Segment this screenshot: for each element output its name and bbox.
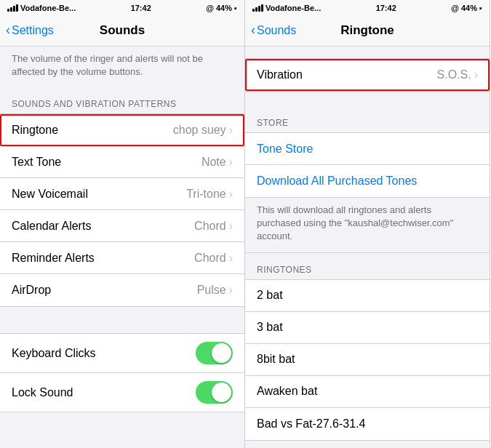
keyboard-clicks-label: Keyboard Clicks — [12, 347, 96, 360]
section-header-sounds: SOUNDS AND VIBRATION PATTERNS — [0, 87, 244, 113]
ringtone-name-3bat: 3 bat — [257, 321, 283, 334]
keyboard-clicks-toggle-wrap — [196, 342, 233, 364]
vibration-chevron: › — [474, 68, 478, 81]
calendar-alerts-value: Chord — [194, 220, 226, 233]
store-desc: This will download all ringtones and ale… — [245, 198, 490, 253]
ringtone-chevron: › — [229, 124, 233, 137]
info-text: The volume of the ringer and alerts will… — [0, 47, 244, 87]
content-left: The volume of the ringer and alerts will… — [0, 47, 244, 448]
sounds-table: Ringtone chop suey › Text Tone Note › Ne… — [0, 113, 244, 307]
store-header: STORE — [245, 106, 490, 132]
signal-bars-left — [7, 4, 18, 12]
signal-bars-right — [252, 4, 263, 12]
lock-sound-row: Lock Sound — [0, 373, 244, 412]
tone-store-row[interactable]: Tone Store — [245, 133, 490, 165]
reminder-alerts-label: Reminder Alerts — [12, 252, 95, 265]
ringtone-item-badvsfat[interactable]: Bad vs Fat-27.6-31.4 — [245, 408, 490, 440]
nav-title-left: Sounds — [100, 23, 145, 38]
right-panel: Vodafone-Be... 17:42 @ 44% ▪ ‹ Sounds Ri… — [245, 0, 490, 448]
back-label-left: Settings — [12, 24, 54, 37]
ringtone-value: chop suey — [173, 124, 226, 137]
new-voicemail-value: Tri-tone — [186, 188, 226, 201]
store-desc-text: This will download all ringtones and ale… — [257, 204, 453, 241]
calendar-alerts-label: Calendar Alerts — [12, 220, 91, 233]
back-chevron-right: ‹ — [251, 23, 255, 36]
ringtone-list: 2 bat 3 bat 8bit bat Awaken bat Bad vs F… — [245, 279, 490, 441]
reminder-alerts-value: Chord — [194, 252, 226, 265]
text-tone-value: Note — [201, 156, 226, 169]
lock-sound-label: Lock Sound — [12, 386, 73, 399]
store-links-table: Tone Store Download All Purchased Tones — [245, 132, 490, 198]
toggle-knob — [212, 343, 231, 363]
ringtone-name-badvsfat: Bad vs Fat-27.6-31.4 — [257, 417, 365, 431]
status-bar-left: Vodafone-Be... 17:42 @ 44% ▪ — [0, 0, 244, 15]
new-voicemail-label: New Voicemail — [12, 188, 88, 201]
status-bar-right: Vodafone-Be... 17:42 @ 44% ▪ — [245, 0, 490, 15]
ringtone-value-wrap: chop suey › — [173, 124, 233, 137]
ringtone-item-awakenbat[interactable]: Awaken bat — [245, 376, 490, 408]
airdrop-value: Pulse — [197, 284, 226, 297]
vibration-label: Vibration — [257, 68, 303, 81]
ringtone-name-8bitbat: 8bit bat — [257, 353, 295, 366]
reminder-alerts-row[interactable]: Reminder Alerts Chord › — [0, 242, 244, 274]
nav-bar-left: ‹ Settings Sounds — [0, 15, 244, 47]
carrier-right: Vodafone-Be... — [266, 4, 321, 12]
back-button-right[interactable]: ‹ Sounds — [251, 24, 296, 37]
ringtone-item-3bat[interactable]: 3 bat — [245, 312, 490, 344]
time-left: 17:42 — [131, 4, 151, 12]
ringtone-label: Ringtone — [12, 124, 58, 137]
tone-store-link: Tone Store — [257, 143, 313, 156]
ringtones-header: RINGTONES — [245, 253, 490, 279]
ringtone-item-8bitbat[interactable]: 8bit bat — [245, 344, 490, 376]
top-spacer-right — [245, 47, 490, 58]
vibration-table: Vibration S.O.S. › — [245, 58, 490, 92]
text-tone-label: Text Tone — [12, 156, 61, 169]
download-tones-row[interactable]: Download All Purchased Tones — [245, 165, 490, 197]
download-tones-link: Download All Purchased Tones — [257, 175, 417, 188]
time-right: 17:42 — [376, 4, 396, 12]
carrier-left: Vodafone-Be... — [20, 4, 76, 12]
spacer — [0, 321, 244, 333]
ringtone-row[interactable]: Ringtone chop suey › — [0, 114, 244, 146]
content-right: Vibration S.O.S. › STORE Tone Store Down… — [245, 47, 490, 448]
ringtone-name-2bat: 2 bat — [257, 289, 283, 302]
lock-sound-toggle-wrap — [196, 381, 233, 404]
vibration-value: S.O.S. — [437, 68, 471, 81]
new-voicemail-row[interactable]: New Voicemail Tri-tone › — [0, 178, 244, 210]
ringtone-item-2bat[interactable]: 2 bat — [245, 280, 490, 312]
calendar-alerts-row[interactable]: Calendar Alerts Chord › — [0, 210, 244, 242]
keyboard-clicks-toggle[interactable] — [196, 342, 233, 364]
back-button-left[interactable]: ‹ Settings — [6, 24, 54, 37]
airdrop-label: AirDrop — [12, 284, 51, 297]
back-chevron-left: ‹ — [6, 23, 10, 36]
battery-icon-right: @ 44% ▪ — [451, 4, 482, 12]
airdrop-row[interactable]: AirDrop Pulse › — [0, 274, 244, 306]
back-label-right: Sounds — [257, 24, 296, 37]
lock-sound-toggle[interactable] — [196, 381, 233, 404]
left-panel: Vodafone-Be... 17:42 @ 44% ▪ ‹ Settings … — [0, 0, 245, 448]
battery-icon-left: @ 44% ▪ — [206, 4, 237, 12]
keyboard-clicks-row: Keyboard Clicks — [0, 334, 244, 373]
toggle-knob-2 — [212, 383, 231, 402]
toggles-table: Keyboard Clicks Lock Sound — [0, 333, 244, 412]
nav-bar-right: ‹ Sounds Ringtone — [245, 15, 490, 47]
ringtone-name-awakenbat: Awaken bat — [257, 385, 317, 398]
vibration-row[interactable]: Vibration S.O.S. › — [245, 59, 490, 91]
text-tone-value-wrap: Note › — [201, 156, 233, 169]
nav-title-right: Ringtone — [340, 23, 394, 38]
text-tone-row[interactable]: Text Tone Note › — [0, 146, 244, 178]
